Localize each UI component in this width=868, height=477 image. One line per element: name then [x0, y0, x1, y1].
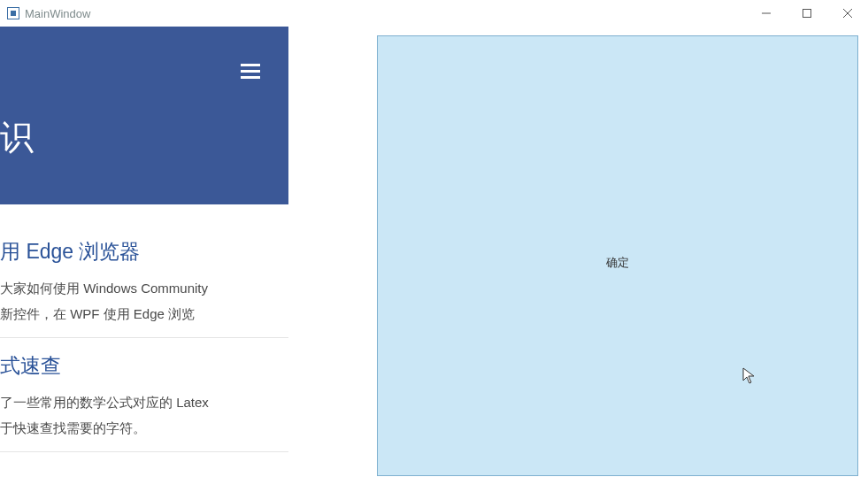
maximize-button[interactable] — [787, 0, 827, 27]
content-area: 识 用 Edge 浏览器 大家如何使用 Windows Community 新控… — [0, 27, 868, 477]
right-pane: 确定 — [288, 27, 868, 477]
article-body-line: 大家如何使用 Windows Community — [0, 276, 288, 302]
dialog-panel[interactable]: 确定 — [377, 35, 858, 476]
article-body: 大家如何使用 Windows Community 新控件，在 WPF 使用 Ed… — [0, 276, 288, 327]
banner-text: 识 — [0, 115, 34, 160]
article-item: 式速查 了一些常用的数学公式对应的 Latex 于快速查找需要的字符。 — [0, 338, 288, 452]
window-controls — [746, 0, 868, 27]
article-item: 用 Edge 浏览器 大家如何使用 Windows Community 新控件，… — [0, 212, 288, 338]
article-body-line: 于快速查找需要的字符。 — [0, 416, 288, 442]
article-title[interactable]: 式速查 — [0, 352, 288, 380]
ok-button-label[interactable]: 确定 — [606, 255, 629, 271]
app-icon — [7, 7, 19, 19]
article-title[interactable]: 用 Edge 浏览器 — [0, 238, 288, 265]
hamburger-icon[interactable] — [241, 60, 260, 82]
article-body: 了一些常用的数学公式对应的 Latex 于快速查找需要的字符。 — [0, 390, 288, 441]
article-body-line: 了一些常用的数学公式对应的 Latex — [0, 390, 288, 416]
minimize-button[interactable] — [746, 0, 787, 27]
window-title: MainWindow — [25, 7, 90, 20]
left-pane: 识 用 Edge 浏览器 大家如何使用 Windows Community 新控… — [0, 27, 288, 477]
article-body-line: 新控件，在 WPF 使用 Edge 浏览 — [0, 302, 288, 327]
titlebar: MainWindow — [0, 0, 868, 27]
header-banner: 识 — [0, 27, 288, 204]
close-button[interactable] — [827, 0, 868, 27]
svg-rect-1 — [803, 10, 811, 18]
article-list: 用 Edge 浏览器 大家如何使用 Windows Community 新控件，… — [0, 204, 288, 452]
